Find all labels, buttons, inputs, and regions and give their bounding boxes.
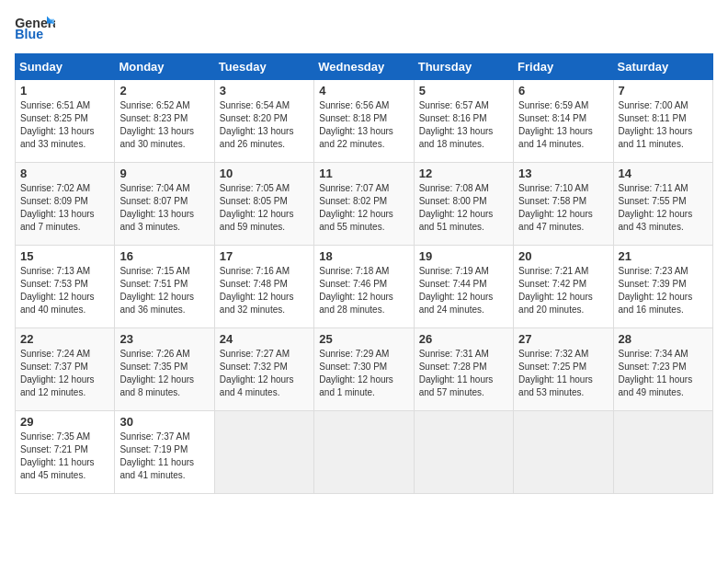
day-info: Sunrise: 7:05 AM Sunset: 8:05 PM Dayligh… — [220, 182, 309, 234]
calendar-day-cell: 30Sunrise: 7:37 AM Sunset: 7:19 PM Dayli… — [115, 411, 214, 494]
day-number: 6 — [518, 84, 608, 98]
day-info: Sunrise: 7:02 AM Sunset: 8:09 PM Dayligh… — [20, 182, 109, 234]
day-info: Sunrise: 7:04 AM Sunset: 8:07 PM Dayligh… — [119, 182, 209, 234]
page-header: General Blue — [15, 15, 713, 42]
day-info: Sunrise: 7:13 AM Sunset: 7:53 PM Dayligh… — [20, 265, 109, 316]
day-info: Sunrise: 7:27 AM Sunset: 7:32 PM Dayligh… — [220, 348, 309, 399]
day-info: Sunrise: 7:32 AM Sunset: 7:25 PM Dayligh… — [518, 348, 608, 399]
calendar-day-cell: 5Sunrise: 6:57 AM Sunset: 8:16 PM Daylig… — [414, 80, 513, 163]
day-info: Sunrise: 7:21 AM Sunset: 7:42 PM Dayligh… — [518, 265, 608, 316]
calendar-day-cell: 16Sunrise: 7:15 AM Sunset: 7:51 PM Dayli… — [115, 246, 214, 328]
day-number: 21 — [619, 249, 708, 263]
day-number: 4 — [319, 84, 408, 98]
day-info: Sunrise: 7:37 AM Sunset: 7:19 PM Dayligh… — [119, 431, 209, 482]
day-info: Sunrise: 6:52 AM Sunset: 8:23 PM Dayligh… — [119, 99, 209, 151]
calendar-week-row: 1Sunrise: 6:51 AM Sunset: 8:25 PM Daylig… — [16, 80, 713, 163]
day-info: Sunrise: 7:23 AM Sunset: 7:39 PM Dayligh… — [619, 265, 708, 316]
day-info: Sunrise: 7:11 AM Sunset: 7:55 PM Dayligh… — [619, 182, 708, 234]
day-number: 14 — [619, 167, 708, 180]
calendar-day-cell: 24Sunrise: 7:27 AM Sunset: 7:32 PM Dayli… — [214, 328, 313, 411]
day-number: 8 — [20, 167, 109, 180]
day-number: 1 — [20, 84, 109, 98]
day-number: 29 — [20, 415, 109, 429]
day-info: Sunrise: 7:07 AM Sunset: 8:02 PM Dayligh… — [319, 182, 408, 234]
calendar-day-cell: 9Sunrise: 7:04 AM Sunset: 8:07 PM Daylig… — [115, 163, 214, 246]
calendar-day-cell: 29Sunrise: 7:35 AM Sunset: 7:21 PM Dayli… — [16, 411, 115, 494]
calendar-day-cell — [613, 411, 712, 494]
calendar-day-cell: 18Sunrise: 7:18 AM Sunset: 7:46 PM Dayli… — [314, 246, 414, 328]
calendar-week-row: 22Sunrise: 7:24 AM Sunset: 7:37 PM Dayli… — [16, 328, 713, 411]
day-number: 3 — [220, 84, 309, 98]
day-info: Sunrise: 7:19 AM Sunset: 7:44 PM Dayligh… — [419, 265, 508, 316]
calendar-day-cell: 13Sunrise: 7:10 AM Sunset: 7:58 PM Dayli… — [514, 163, 613, 246]
calendar-table: SundayMondayTuesdayWednesdayThursdayFrid… — [15, 53, 713, 494]
day-info: Sunrise: 7:15 AM Sunset: 7:51 PM Dayligh… — [119, 265, 209, 316]
day-info: Sunrise: 7:18 AM Sunset: 7:46 PM Dayligh… — [319, 265, 408, 316]
logo-icon: General Blue — [15, 15, 55, 42]
calendar-day-header: Tuesday — [214, 54, 313, 80]
calendar-day-cell: 1Sunrise: 6:51 AM Sunset: 8:25 PM Daylig… — [16, 80, 115, 163]
day-number: 28 — [619, 332, 708, 346]
calendar-day-cell: 14Sunrise: 7:11 AM Sunset: 7:55 PM Dayli… — [613, 163, 712, 246]
day-number: 10 — [220, 167, 309, 180]
calendar-day-cell: 19Sunrise: 7:19 AM Sunset: 7:44 PM Dayli… — [414, 246, 513, 328]
calendar-day-cell: 17Sunrise: 7:16 AM Sunset: 7:48 PM Dayli… — [214, 246, 313, 328]
calendar-day-header: Sunday — [16, 54, 115, 80]
calendar-day-cell: 10Sunrise: 7:05 AM Sunset: 8:05 PM Dayli… — [214, 163, 313, 246]
day-number: 24 — [220, 332, 309, 346]
calendar-day-cell: 25Sunrise: 7:29 AM Sunset: 7:30 PM Dayli… — [314, 328, 414, 411]
day-number: 16 — [119, 249, 209, 263]
day-info: Sunrise: 7:31 AM Sunset: 7:28 PM Dayligh… — [419, 348, 508, 399]
calendar-day-cell: 8Sunrise: 7:02 AM Sunset: 8:09 PM Daylig… — [16, 163, 115, 246]
day-info: Sunrise: 6:54 AM Sunset: 8:20 PM Dayligh… — [220, 99, 309, 151]
day-info: Sunrise: 7:34 AM Sunset: 7:23 PM Dayligh… — [619, 348, 708, 399]
day-number: 18 — [319, 249, 408, 263]
day-number: 22 — [20, 332, 109, 346]
day-number: 23 — [119, 332, 209, 346]
day-number: 13 — [518, 167, 608, 180]
calendar-day-cell: 4Sunrise: 6:56 AM Sunset: 8:18 PM Daylig… — [314, 80, 414, 163]
calendar-day-cell: 27Sunrise: 7:32 AM Sunset: 7:25 PM Dayli… — [514, 328, 613, 411]
calendar-day-cell: 21Sunrise: 7:23 AM Sunset: 7:39 PM Dayli… — [613, 246, 712, 328]
day-number: 11 — [319, 167, 408, 180]
calendar-day-cell: 7Sunrise: 7:00 AM Sunset: 8:11 PM Daylig… — [613, 80, 712, 163]
day-info: Sunrise: 7:35 AM Sunset: 7:21 PM Dayligh… — [20, 431, 109, 482]
day-info: Sunrise: 7:16 AM Sunset: 7:48 PM Dayligh… — [220, 265, 309, 316]
calendar-header-row: SundayMondayTuesdayWednesdayThursdayFrid… — [16, 54, 713, 80]
day-info: Sunrise: 6:51 AM Sunset: 8:25 PM Dayligh… — [20, 99, 109, 151]
calendar-week-row: 15Sunrise: 7:13 AM Sunset: 7:53 PM Dayli… — [16, 246, 713, 328]
calendar-day-cell: 20Sunrise: 7:21 AM Sunset: 7:42 PM Dayli… — [514, 246, 613, 328]
calendar-day-cell: 3Sunrise: 6:54 AM Sunset: 8:20 PM Daylig… — [214, 80, 313, 163]
day-number: 19 — [419, 249, 508, 263]
day-info: Sunrise: 7:26 AM Sunset: 7:35 PM Dayligh… — [119, 348, 209, 399]
day-number: 5 — [419, 84, 508, 98]
day-info: Sunrise: 7:24 AM Sunset: 7:37 PM Dayligh… — [20, 348, 109, 399]
day-number: 7 — [619, 84, 708, 98]
day-info: Sunrise: 7:29 AM Sunset: 7:30 PM Dayligh… — [319, 348, 408, 399]
calendar-day-cell: 23Sunrise: 7:26 AM Sunset: 7:35 PM Dayli… — [115, 328, 214, 411]
day-info: Sunrise: 7:00 AM Sunset: 8:11 PM Dayligh… — [619, 99, 708, 151]
svg-text:Blue: Blue — [15, 27, 43, 41]
calendar-week-row: 29Sunrise: 7:35 AM Sunset: 7:21 PM Dayli… — [16, 411, 713, 494]
day-info: Sunrise: 7:10 AM Sunset: 7:58 PM Dayligh… — [518, 182, 608, 234]
day-number: 12 — [419, 167, 508, 180]
calendar-body: 1Sunrise: 6:51 AM Sunset: 8:25 PM Daylig… — [16, 80, 713, 494]
day-number: 15 — [20, 249, 109, 263]
day-number: 20 — [518, 249, 608, 263]
calendar-day-cell: 12Sunrise: 7:08 AM Sunset: 8:00 PM Dayli… — [414, 163, 513, 246]
day-number: 27 — [518, 332, 608, 346]
calendar-day-cell — [414, 411, 513, 494]
day-info: Sunrise: 6:57 AM Sunset: 8:16 PM Dayligh… — [419, 99, 508, 151]
calendar-day-header: Wednesday — [314, 54, 414, 80]
calendar-day-header: Thursday — [414, 54, 513, 80]
day-info: Sunrise: 6:56 AM Sunset: 8:18 PM Dayligh… — [319, 99, 408, 151]
day-number: 25 — [319, 332, 408, 346]
calendar-day-cell: 2Sunrise: 6:52 AM Sunset: 8:23 PM Daylig… — [115, 80, 214, 163]
calendar-day-cell — [314, 411, 414, 494]
calendar-day-cell — [214, 411, 313, 494]
calendar-day-cell: 11Sunrise: 7:07 AM Sunset: 8:02 PM Dayli… — [314, 163, 414, 246]
calendar-day-header: Friday — [514, 54, 613, 80]
day-number: 17 — [220, 249, 309, 263]
calendar-day-header: Saturday — [613, 54, 712, 80]
calendar-day-cell: 6Sunrise: 6:59 AM Sunset: 8:14 PM Daylig… — [514, 80, 613, 163]
